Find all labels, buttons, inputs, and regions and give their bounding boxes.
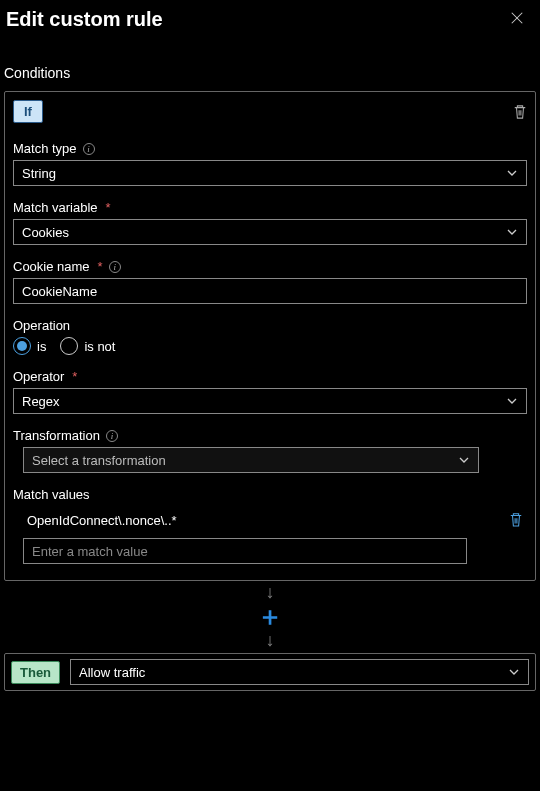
delete-condition-button[interactable]	[513, 104, 527, 120]
then-action-select[interactable]: Allow traffic	[70, 659, 529, 685]
match-variable-value: Cookies	[22, 225, 69, 240]
match-type-label: Match type	[13, 141, 77, 156]
chevron-down-icon	[458, 454, 470, 466]
delete-match-value-button[interactable]	[509, 512, 523, 528]
operation-is-label: is	[37, 339, 46, 354]
chevron-down-icon	[506, 395, 518, 407]
then-badge: Then	[11, 661, 60, 684]
match-value-text: OpenIdConnect\.nonce\..*	[27, 513, 177, 528]
required-marker: *	[106, 200, 111, 215]
match-variable-select[interactable]: Cookies	[13, 219, 527, 245]
chevron-down-icon	[506, 226, 518, 238]
match-value-input-wrapper	[23, 538, 467, 564]
transformation-placeholder: Select a transformation	[32, 453, 166, 468]
then-action-value: Allow traffic	[79, 665, 145, 680]
cookie-name-input[interactable]	[22, 284, 518, 299]
transformation-select[interactable]: Select a transformation	[23, 447, 479, 473]
operation-is-not-label: is not	[84, 339, 115, 354]
close-button[interactable]	[504, 9, 530, 31]
add-condition-button[interactable]: ＋	[257, 603, 283, 629]
operator-label: Operator	[13, 369, 64, 384]
required-marker: *	[98, 259, 103, 274]
cookie-name-input-wrapper	[13, 278, 527, 304]
then-container: Then Allow traffic	[4, 653, 536, 691]
info-icon[interactable]: i	[106, 430, 118, 442]
chevron-down-icon	[506, 167, 518, 179]
match-variable-label: Match variable	[13, 200, 98, 215]
chevron-down-icon	[508, 666, 520, 678]
arrow-down-icon: ↓	[266, 583, 275, 601]
info-icon[interactable]: i	[109, 261, 121, 273]
required-marker: *	[72, 369, 77, 384]
operation-is-radio[interactable]: is	[13, 337, 46, 355]
operation-label: Operation	[13, 318, 70, 333]
match-type-value: String	[22, 166, 56, 181]
transformation-label: Transformation	[13, 428, 100, 443]
if-badge: If	[13, 100, 43, 123]
operator-value: Regex	[22, 394, 60, 409]
match-type-select[interactable]: String	[13, 160, 527, 186]
conditions-heading: Conditions	[0, 35, 540, 87]
match-values-label: Match values	[13, 487, 90, 502]
info-icon[interactable]: i	[83, 143, 95, 155]
page-title: Edit custom rule	[6, 8, 163, 31]
conditions-container: If Match type i String Match variable * …	[4, 91, 536, 581]
cookie-name-label: Cookie name	[13, 259, 90, 274]
match-value-input[interactable]	[32, 544, 458, 559]
arrow-down-icon: ↓	[266, 631, 275, 649]
operator-select[interactable]: Regex	[13, 388, 527, 414]
operation-is-not-radio[interactable]: is not	[60, 337, 115, 355]
